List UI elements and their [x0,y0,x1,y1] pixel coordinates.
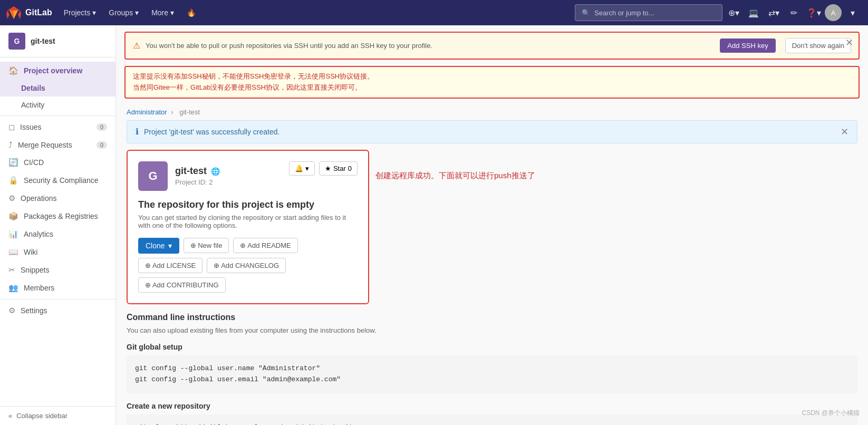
user-chevron[interactable]: ▾ [844,4,862,22]
search-box[interactable]: 🔍 Search or jump to... [575,4,722,21]
issues-icon: ◻ [8,122,15,132]
help-btn[interactable]: ❓ ▾ [805,4,823,22]
plus-btn[interactable]: ⊕ ▾ [725,4,742,22]
sidebar-item-security[interactable]: 🔒 Security & Compliance [0,171,115,189]
project-actions: 🔔 ▾ ★ Star 0 [289,161,358,176]
sidebar-item-issues[interactable]: ◻ Issues 0 [0,118,115,136]
info-icon: ℹ [136,127,139,137]
close-banner-button[interactable]: ✕ [845,37,853,49]
packages-icon: 📦 [8,211,18,221]
success-alert-banner: ℹ Project 'git-test' was successfully cr… [127,120,857,143]
add-ssh-key-button[interactable]: Add SSH key [720,38,775,53]
add-contributing-button[interactable]: ⊕ Add CONTRIBUTING [138,277,226,293]
sidebar-item-members[interactable]: 👥 Members [0,279,115,297]
sidebar-item-packages[interactable]: 📦 Packages & Registries [0,207,115,225]
main-content: ⚠ You won't be able to pull or push repo… [116,25,868,425]
nav-groups[interactable]: Groups ▾ [103,6,144,19]
command-instructions: Command line instructions You can also u… [116,313,868,425]
sidebar: G git-test 🏠 Project overview Details Ac… [0,25,116,425]
nav-flame[interactable]: 🔥 [181,6,201,19]
globe-icon: 🌐 [211,167,220,176]
breadcrumb-parent[interactable]: Administrator [127,108,167,116]
sidebar-item-operations[interactable]: ⚙ Operations [0,189,115,207]
star-count: 0 [348,165,352,172]
help-icon: ❓ [806,8,817,18]
sidebar-item-cicd[interactable]: 🔄 CI/CD [0,153,115,171]
new-file-button[interactable]: ⊕ New file [184,238,229,253]
command-section-title: Command line instructions [127,313,857,322]
brand-text: GitLab [25,8,52,17]
monitor-icon: 💻 [748,8,759,18]
sidebar-item-analytics[interactable]: 📊 Analytics [0,225,115,243]
user-avatar[interactable]: A [825,4,842,21]
project-identity: G git-test 🌐 Project ID: 2 [138,161,220,191]
nav-projects[interactable]: Projects ▾ [59,6,102,19]
dont-show-again-button[interactable]: Don't show again [785,38,851,53]
sidebar-item-activity[interactable]: Activity [0,96,115,113]
clone-button[interactable]: Clone ▾ [138,238,179,254]
git-setup-code: git config --global user.name "Administr… [127,355,857,394]
close-success-alert-button[interactable]: ✕ [841,126,848,138]
sidebar-item-snippets[interactable]: ✂ Snippets [0,261,115,279]
merge-requests-icon: ⤴ [8,140,13,149]
notify-button[interactable]: 🔔 ▾ [289,161,315,176]
sidebar-item-settings[interactable]: ⚙ Settings [0,302,115,320]
code-line-2: git config --global user.email "admin@ex… [135,374,849,385]
nav-more[interactable]: More ▾ [146,6,179,19]
project-title-block: git-test 🌐 Project ID: 2 [175,166,220,186]
gitlab-logo-icon [6,5,21,20]
sidebar-item-details[interactable]: Details [0,80,115,96]
ssh-annotation-box: 这里提示没有添加SSH秘钥，不能使用SSH免密登录，无法使用SSH协议链接。 当… [124,66,860,99]
snippets-icon: ✂ [8,265,15,275]
divider-2 [0,299,115,300]
navbar-right: 🔍 Search or jump to... ⊕ ▾ 💻 ⇄ ▾ ✏ ❓ ▾ A… [575,4,862,22]
chevron-down-icon: ▾ [135,8,139,17]
monitor-btn[interactable]: 💻 [745,4,763,22]
add-license-button[interactable]: ⊕ Add LICENSE [138,258,202,273]
action-buttons-row: Clone ▾ ⊕ New file ⊕ Add README ⊕ Add LI… [138,238,358,293]
add-changelog-button[interactable]: ⊕ Add CHANGELOG [207,258,286,273]
code-line-1: git config --global user.name "Administr… [135,363,849,374]
chevron-down-icon: ▾ [851,8,855,18]
sidebar-project-name[interactable]: git-test [31,37,55,45]
star-label: Star [333,165,346,172]
add-readme-button[interactable]: ⊕ Add README [233,238,297,253]
top-navbar: GitLab Projects ▾ Groups ▾ More ▾ 🔥 🔍 Se… [0,0,868,25]
breadcrumb: Administrator › git-test [116,104,868,120]
new-repo-title: Create a new repository [127,402,857,410]
code-line-3: git clone http://gitlab.example.com/root… [135,422,849,425]
chevron-down-icon: ▾ [775,8,779,18]
merge-icon: ⇄ [768,8,775,18]
settings-icon: ⚙ [8,306,15,315]
sidebar-project-avatar: G [8,33,25,50]
project-header-row: G git-test 🌐 Project ID: 2 🔔 [138,161,358,191]
brand-logo[interactable]: GitLab [6,5,52,20]
project-card: G git-test 🌐 Project ID: 2 🔔 [127,150,369,304]
project-id-label: Project ID: 2 [175,178,220,186]
sidebar-item-project-overview[interactable]: 🏠 Project overview [0,62,115,80]
project-annotation: 创建远程库成功。下面就可以进行push推送了 [375,150,857,181]
chevron-down-icon: ▾ [735,8,739,18]
git-setup-title: Git global setup [127,343,857,351]
collapse-sidebar-btn[interactable]: « Collapse sidebar [0,406,115,425]
sidebar-item-merge-requests[interactable]: ⤴ Merge Requests 0 [0,136,115,153]
sidebar-item-wiki[interactable]: 📖 Wiki [0,243,115,261]
star-button[interactable]: ★ Star 0 [319,161,358,176]
new-repo-code: git clone http://gitlab.example.com/root… [127,414,857,425]
chevron-down-icon: ▾ [170,8,174,17]
bell-icon: 🔔 [295,165,303,172]
search-icon: 🔍 [582,9,590,17]
mr-badge: 0 [97,141,107,149]
merge-btn[interactable]: ⇄ ▾ [765,4,783,22]
edit-btn[interactable]: ✏ [785,4,803,22]
annotation-line-2: 当然同Gitee一样，GitLab没有必要使用SSH协议，因此这里直接关闭即可。 [133,82,851,93]
issues-badge: 0 [97,123,107,131]
collapse-icon: « [8,412,12,420]
star-icon: ★ [325,165,331,172]
ssh-warning-text: You won't be able to pull or push reposi… [146,42,709,50]
analytics-icon: 📊 [8,229,18,239]
flame-icon: 🔥 [187,8,196,17]
sidebar-project-header: G git-test [0,25,115,57]
ssh-warning-banner: ⚠ You won't be able to pull or push repo… [124,32,860,60]
wiki-icon: 📖 [8,247,18,257]
